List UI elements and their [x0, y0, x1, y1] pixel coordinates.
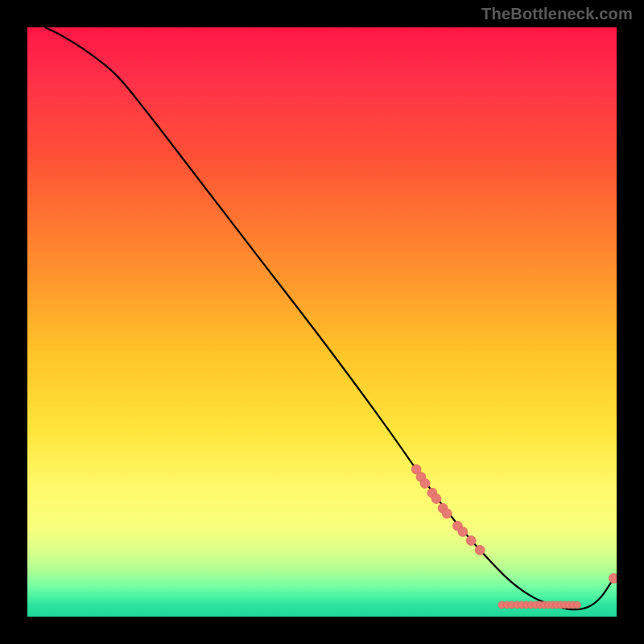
data-point	[458, 527, 468, 537]
data-point	[466, 536, 476, 546]
data-point	[475, 545, 485, 555]
watermark-text: TheBottleneck.com	[481, 5, 633, 23]
plot-area	[27, 27, 617, 617]
data-point	[431, 494, 441, 504]
chart-frame: TheBottleneck.com	[0, 0, 644, 644]
data-point	[420, 479, 430, 489]
data-point	[574, 601, 581, 609]
data-points	[411, 464, 617, 609]
bottleneck-curve	[45, 27, 613, 609]
data-point	[609, 573, 617, 583]
chart-svg	[27, 27, 617, 617]
data-point	[442, 509, 452, 518]
